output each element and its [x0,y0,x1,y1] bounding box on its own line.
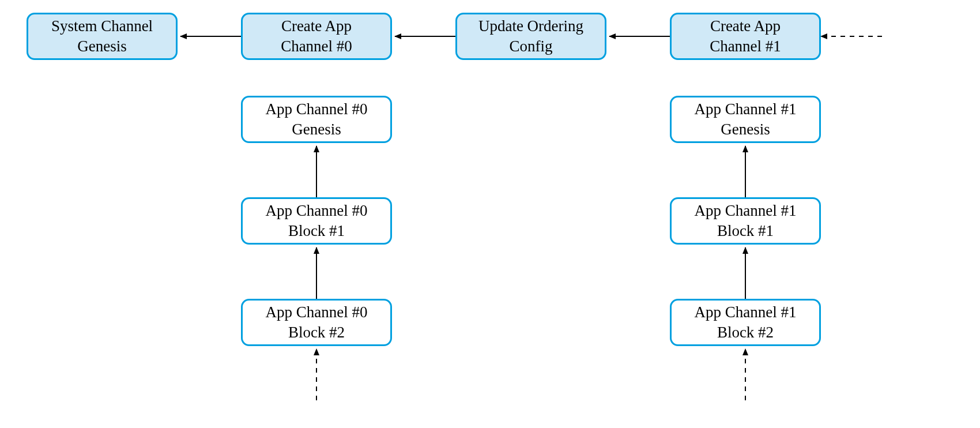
label-line1: App Channel #1 [695,99,797,119]
label-line2: Block #2 [717,322,774,343]
system-channel-genesis-box: System Channel Genesis [27,13,178,60]
label-line1: Create App [710,16,781,36]
label-line1: System Channel [51,16,153,36]
label-line2: Block #1 [717,221,774,241]
label-line2: Genesis [77,36,126,57]
label-line2: Config [509,36,552,57]
app-channel-0-block-1-box: App Channel #0 Block #1 [241,197,392,245]
label-line1: Update Ordering [478,16,583,36]
label-line1: App Channel #0 [266,201,368,221]
app-channel-0-genesis-box: App Channel #0 Genesis [241,96,392,143]
label-line2: Genesis [292,119,341,140]
label-line2: Block #2 [288,322,345,343]
app-channel-1-block-1-box: App Channel #1 Block #1 [670,197,821,245]
app-channel-1-block-2-box: App Channel #1 Block #2 [670,299,821,346]
create-app-channel-1-box: Create App Channel #1 [670,13,821,60]
label-line1: App Channel #0 [266,99,368,119]
label-line2: Channel #0 [281,36,352,57]
app-channel-1-genesis-box: App Channel #1 Genesis [670,96,821,143]
create-app-channel-0-box: Create App Channel #0 [241,13,392,60]
label-line2: Channel #1 [710,36,781,57]
label-line1: App Channel #1 [695,201,797,221]
label-line1: App Channel #0 [266,302,368,322]
label-line2: Genesis [721,119,770,140]
app-channel-0-block-2-box: App Channel #0 Block #2 [241,299,392,346]
label-line2: Block #1 [288,221,345,241]
label-line1: App Channel #1 [695,302,797,322]
diagram-arrows [0,0,980,428]
label-line1: Create App [281,16,352,36]
update-ordering-config-box: Update Ordering Config [455,13,606,60]
